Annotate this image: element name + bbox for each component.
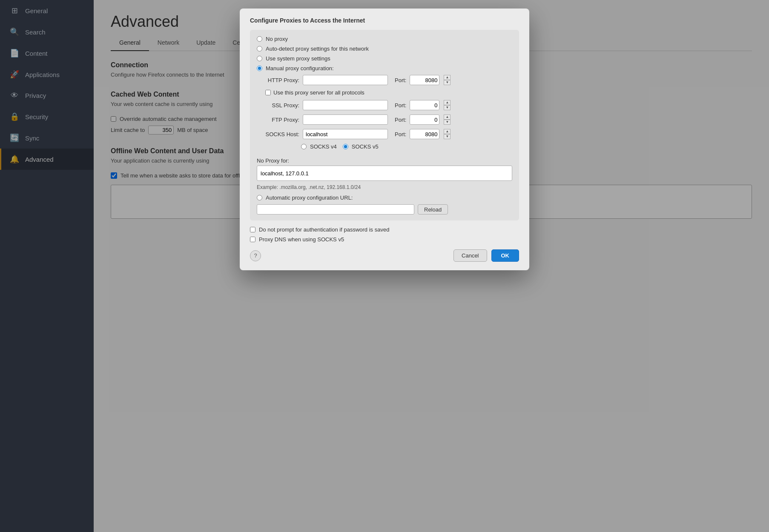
auto-proxy-radio[interactable] — [257, 195, 262, 200]
socks-v4-label: SOCKS v4 — [310, 143, 337, 150]
cancel-button[interactable]: Cancel — [453, 249, 487, 262]
auto-proxy-label: Automatic proxy configuration URL: — [266, 194, 353, 201]
ssl-port-down[interactable]: ▼ — [444, 105, 450, 110]
dialog-footer: ? Cancel OK — [250, 249, 519, 262]
ftp-port-down[interactable]: ▼ — [444, 120, 450, 125]
use-for-all-row: Use this proxy server for all protocols — [261, 89, 512, 96]
radio-manual-input[interactable] — [257, 66, 262, 71]
reload-button[interactable]: Reload — [418, 204, 448, 215]
radio-auto-detect-input[interactable] — [257, 46, 262, 51]
socks-v5-label: SOCKS v5 — [352, 143, 379, 150]
socks-port-down[interactable]: ▼ — [444, 134, 450, 139]
proxy-dns-label: Proxy DNS when using SOCKS v5 — [259, 236, 344, 243]
ftp-port-spinner: ▲ ▼ — [444, 114, 450, 125]
ftp-port-label: Port: — [395, 117, 406, 123]
http-port-label: Port: — [395, 77, 406, 83]
ssl-port-label: Port: — [395, 102, 406, 109]
http-proxy-label: HTTP Proxy: — [261, 77, 299, 83]
http-proxy-row: HTTP Proxy: Port: ▲ ▼ — [261, 75, 512, 85]
use-for-all-label: Use this proxy server for all protocols — [273, 89, 364, 96]
socks-port-spinner: ▲ ▼ — [444, 129, 450, 139]
radio-manual-label: Manual proxy configuration: — [266, 65, 334, 72]
radio-no-proxy-input[interactable] — [257, 36, 262, 42]
auto-url-input[interactable] — [257, 204, 414, 215]
http-port-up[interactable]: ▲ — [444, 75, 450, 80]
socks-port-input[interactable] — [410, 129, 439, 139]
ftp-proxy-label: FTP Proxy: — [261, 117, 299, 123]
auto-proxy-radio-row[interactable]: Automatic proxy configuration URL: — [257, 194, 512, 201]
socks-v5-option[interactable]: SOCKS v5 — [343, 143, 379, 150]
ftp-port-input[interactable] — [410, 114, 439, 125]
proxy-dialog: Configure Proxies to Access the Internet… — [240, 9, 529, 270]
radio-auto-detect[interactable]: Auto-detect proxy settings for this netw… — [257, 46, 512, 52]
bottom-options: Do not prompt for authentication if pass… — [250, 226, 519, 243]
socks-port-label: Port: — [395, 131, 406, 137]
example-text: Example: .mozilla.org, .net.nz, 192.168.… — [257, 184, 512, 190]
socks-v4-option[interactable]: SOCKS v4 — [301, 143, 337, 150]
http-port-input[interactable] — [410, 75, 439, 85]
use-for-all-checkbox[interactable] — [265, 90, 271, 95]
socks-v5-radio[interactable] — [343, 144, 348, 149]
http-proxy-input[interactable] — [303, 75, 388, 85]
socks-version-row: SOCKS v4 SOCKS v5 — [301, 143, 512, 153]
socks-v4-radio[interactable] — [301, 144, 307, 149]
no-proxy-input[interactable] — [257, 166, 512, 181]
socks-host-row: SOCKS Host: Port: ▲ ▼ — [261, 129, 512, 139]
radio-auto-detect-label: Auto-detect proxy settings for this netw… — [266, 46, 369, 52]
footer-buttons: Cancel OK — [453, 249, 519, 262]
proxy-dns-checkbox[interactable] — [250, 237, 255, 242]
radio-system-proxy-input[interactable] — [257, 56, 262, 61]
http-port-spinner: ▲ ▼ — [444, 75, 450, 85]
dialog-title: Configure Proxies to Access the Internet — [250, 17, 519, 24]
radio-system-proxy[interactable]: Use system proxy settings — [257, 55, 512, 62]
ssl-proxy-row: SSL Proxy: Port: ▲ ▼ — [261, 100, 512, 110]
http-port-down[interactable]: ▼ — [444, 80, 450, 85]
dialog-overlay: Configure Proxies to Access the Internet… — [0, 0, 769, 532]
proxy-fields: HTTP Proxy: Port: ▲ ▼ Use this proxy ser… — [257, 75, 512, 153]
auto-url-row: Reload — [257, 204, 512, 215]
radio-system-proxy-label: Use system proxy settings — [266, 55, 330, 62]
help-button[interactable]: ? — [250, 250, 261, 261]
no-auth-prompt-row: Do not prompt for authentication if pass… — [250, 226, 519, 233]
ftp-port-up[interactable]: ▲ — [444, 114, 450, 120]
ssl-proxy-label: SSL Proxy: — [261, 102, 299, 109]
ok-button[interactable]: OK — [491, 249, 519, 262]
radio-no-proxy-label: No proxy — [266, 36, 288, 42]
proxy-options-section: No proxy Auto-detect proxy settings for … — [250, 30, 519, 220]
ftp-proxy-row: FTP Proxy: Port: ▲ ▼ — [261, 114, 512, 125]
no-auth-prompt-label: Do not prompt for authentication if pass… — [259, 226, 389, 233]
no-proxy-label: No Proxy for: — [257, 157, 512, 164]
ssl-port-input[interactable] — [410, 100, 439, 110]
socks-port-up[interactable]: ▲ — [444, 129, 450, 134]
ftp-proxy-input[interactable] — [303, 114, 388, 125]
proxy-dns-row: Proxy DNS when using SOCKS v5 — [250, 236, 519, 243]
radio-no-proxy[interactable]: No proxy — [257, 36, 512, 42]
no-auth-prompt-checkbox[interactable] — [250, 227, 255, 232]
ssl-port-up[interactable]: ▲ — [444, 100, 450, 105]
no-proxy-section: No Proxy for: Example: .mozilla.org, .ne… — [257, 157, 512, 190]
radio-manual[interactable]: Manual proxy configuration: — [257, 65, 512, 72]
ssl-proxy-input[interactable] — [303, 100, 388, 110]
socks-host-label: SOCKS Host: — [261, 131, 299, 137]
ssl-port-spinner: ▲ ▼ — [444, 100, 450, 110]
socks-host-input[interactable] — [303, 129, 388, 139]
